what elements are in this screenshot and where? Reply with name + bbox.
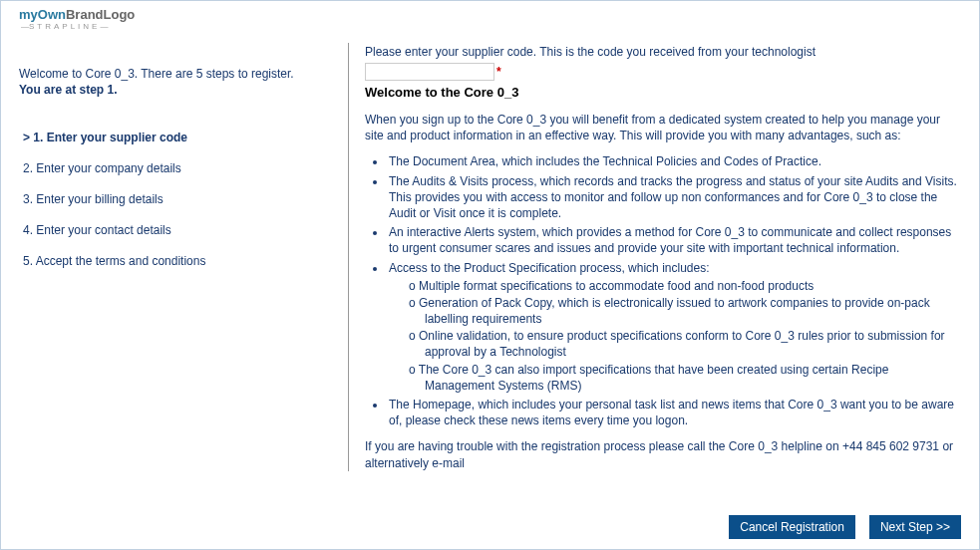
step-3: 3. Enter your billing details — [19, 184, 338, 215]
benefit-homepage: The Homepage, which includes your person… — [387, 397, 957, 428]
help-footnote: If you are having trouble with the regis… — [365, 438, 957, 470]
brand-logo: myOwnBrandLogo — [19, 7, 979, 22]
subitem-formats: Multiple format specifications to accomm… — [409, 278, 957, 294]
subitem-pack-copy: Generation of Pack Copy, which is electr… — [409, 295, 957, 327]
supplier-code-input[interactable] — [365, 63, 494, 81]
header: myOwnBrandLogo STRAPLINE — [1, 1, 979, 33]
step-1: > 1. Enter your supplier code — [19, 123, 338, 153]
required-asterisk-icon: * — [496, 65, 501, 79]
steps-sidebar: Welcome to Core 0_3. There are 5 steps t… — [19, 43, 348, 471]
button-bar: Cancel Registration Next Step >> — [729, 515, 961, 539]
step-2: 2. Enter your company details — [19, 153, 338, 184]
cancel-registration-button[interactable]: Cancel Registration — [729, 515, 855, 539]
current-step-text: You are at step 1. — [19, 83, 338, 97]
benefit-product-spec-text: Access to the Product Specification proc… — [389, 261, 710, 275]
section-title: Welcome to the Core 0_3 — [365, 85, 957, 100]
benefit-alerts: An interactive Alerts system, which prov… — [387, 224, 957, 256]
next-step-button[interactable]: Next Step >> — [869, 515, 961, 539]
main-container: Welcome to Core 0_3. There are 5 steps t… — [1, 33, 979, 471]
benefit-document-area: The Document Area, which includes the Te… — [387, 153, 957, 169]
code-prompt: Please enter your supplier code. This is… — [365, 45, 957, 59]
intro-paragraph: When you sign up to the Core 0_3 you wil… — [365, 112, 957, 143]
steps-list: > 1. Enter your supplier code 2. Enter y… — [19, 123, 338, 277]
logo-part-own: Own — [38, 7, 66, 22]
benefit-product-spec: Access to the Product Specification proc… — [387, 260, 957, 395]
logo-part-brand: BrandLogo — [66, 7, 135, 22]
product-spec-sublist: Multiple format specifications to accomm… — [409, 278, 957, 394]
benefits-list: The Document Area, which includes the Te… — [387, 153, 957, 428]
logo-part-my: my — [19, 7, 38, 22]
subitem-validation: Online validation, to ensure product spe… — [409, 328, 957, 360]
welcome-text: Welcome to Core 0_3. There are 5 steps t… — [19, 67, 338, 81]
logo-strapline: STRAPLINE — [21, 22, 979, 31]
step-4: 4. Enter your contact details — [19, 215, 338, 246]
content-panel: Please enter your supplier code. This is… — [348, 43, 961, 471]
code-input-row: * — [365, 63, 957, 81]
subitem-rms-import: The Core 0_3 can also import specificati… — [409, 362, 957, 394]
step-5: 5. Accept the terms and conditions — [19, 246, 338, 277]
benefit-audits-visits: The Audits & Visits process, which recor… — [387, 173, 957, 222]
